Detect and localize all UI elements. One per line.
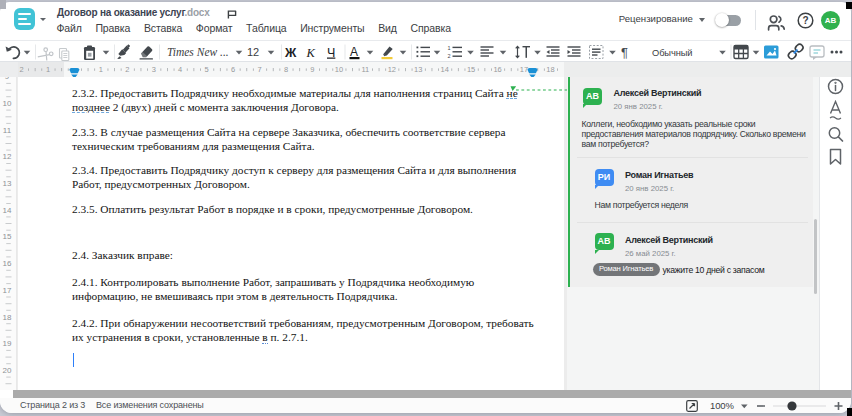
svg-text:12: 12 — [3, 152, 12, 161]
svg-text:13: 13 — [3, 179, 12, 188]
svg-text:5: 5 — [205, 65, 209, 74]
svg-text:Times New ...: Times New ... — [167, 46, 229, 58]
svg-text:12: 12 — [247, 46, 259, 58]
svg-text:Ж: Ж — [284, 46, 297, 60]
svg-text:12: 12 — [388, 65, 396, 74]
svg-text:4: 4 — [178, 65, 182, 74]
svg-text:А: А — [350, 45, 358, 59]
svg-text:1: 1 — [99, 65, 103, 74]
svg-text:10: 10 — [335, 65, 343, 74]
svg-text:2: 2 — [125, 65, 129, 74]
svg-text:18: 18 — [546, 65, 554, 74]
svg-text:20: 20 — [3, 366, 12, 375]
svg-text:9: 9 — [5, 77, 10, 81]
svg-text:11: 11 — [3, 126, 12, 135]
svg-text:14: 14 — [441, 65, 449, 74]
svg-text:Ч: Ч — [327, 46, 335, 60]
svg-text:3: 3 — [152, 65, 156, 74]
svg-text:?: ? — [802, 15, 808, 26]
svg-text:15: 15 — [3, 232, 12, 241]
svg-text:14: 14 — [3, 206, 12, 215]
svg-text:100%: 100% — [710, 400, 734, 411]
svg-text:¶: ¶ — [621, 45, 628, 60]
svg-text:1: 1 — [448, 45, 451, 51]
svg-text:2: 2 — [448, 53, 451, 59]
svg-text:8: 8 — [284, 65, 288, 74]
svg-text:К: К — [306, 46, 316, 60]
svg-text:11: 11 — [362, 65, 370, 74]
svg-text:17: 17 — [3, 286, 12, 295]
svg-text:10: 10 — [3, 99, 12, 108]
svg-text:17: 17 — [520, 65, 528, 74]
svg-text:19: 19 — [3, 339, 12, 348]
svg-text:1: 1 — [46, 65, 50, 74]
svg-text:15: 15 — [467, 65, 475, 74]
svg-text:Обычный: Обычный — [652, 48, 692, 58]
svg-text:16: 16 — [3, 259, 12, 268]
svg-text:7: 7 — [258, 65, 262, 74]
svg-text:9: 9 — [310, 65, 314, 74]
svg-text:6: 6 — [231, 65, 235, 74]
svg-text:16: 16 — [493, 65, 501, 74]
svg-text:2: 2 — [19, 65, 23, 74]
svg-text:13: 13 — [414, 65, 422, 74]
svg-text:18: 18 — [3, 313, 12, 322]
